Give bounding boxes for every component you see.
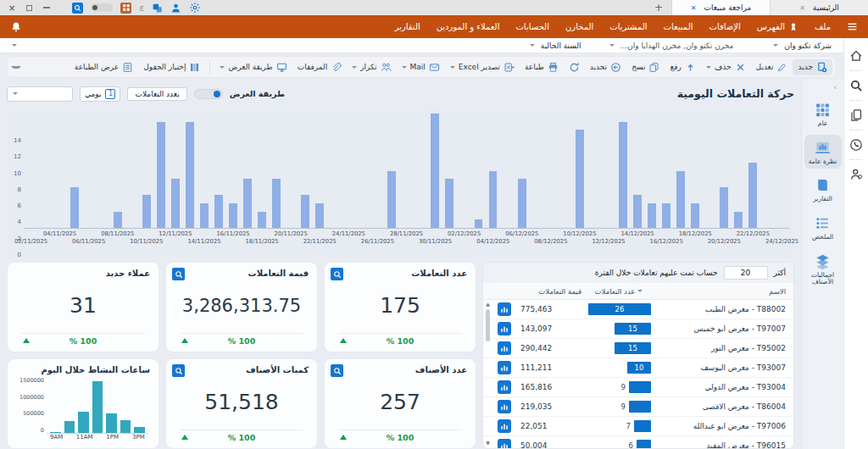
table-row[interactable]: T97006 - معرض ابو عبدالله722,051 <box>483 417 793 436</box>
toolbar-button-[interactable]: نسخ <box>626 59 665 75</box>
toolbar-button-icon-only[interactable] <box>564 59 585 75</box>
toolbar-button-[interactable]: تحديد <box>585 59 626 75</box>
toolbar-button-[interactable]: رفع <box>665 59 700 75</box>
interval-stepper[interactable]: 1 يومي <box>80 86 120 102</box>
hamburger-menu-icon[interactable] <box>847 21 858 32</box>
toolbar-button-[interactable]: طريقة العرض <box>214 59 292 75</box>
accounts-count-input[interactable]: 20 <box>724 266 768 280</box>
row-chart-icon[interactable] <box>498 439 511 448</box>
printer-icon <box>548 62 559 73</box>
column-count[interactable]: عدد التعاملات <box>583 287 654 296</box>
card-new-customers[interactable]: عملاء جديد 31 % 100 <box>7 262 159 352</box>
search-icon[interactable] <box>72 3 83 14</box>
toolbar-button-[interactable]: المرفقات <box>292 59 347 75</box>
nav-item[interactable]: نظرة عامة <box>804 135 842 169</box>
toolbar-button-[interactable]: جديد <box>793 59 832 75</box>
documents-icon[interactable] <box>849 106 863 125</box>
toolbar-button-[interactable]: تكرار <box>347 59 396 75</box>
row-chart-icon[interactable] <box>498 380 511 394</box>
home-icon[interactable] <box>849 47 863 65</box>
toolbar-collapse-icon[interactable] <box>11 66 21 69</box>
close-window-icon[interactable]: × <box>8 3 15 13</box>
chart-header: حركة التعاملات اليومية طريقة العرض بعدد … <box>7 80 794 108</box>
nav-collapse-icon[interactable]: › <box>826 81 843 93</box>
card-items-quantity[interactable]: كميات الأصناف 51,518 % 100 <box>165 358 318 449</box>
menu-item[interactable]: المبيعات <box>664 22 693 32</box>
scrollbar-thumb[interactable] <box>486 309 490 341</box>
mode-option-button[interactable]: بعدد التعاملات <box>127 87 186 101</box>
row-chart-icon[interactable] <box>498 302 511 316</box>
toolbar-button-[interactable]: تصدير Excel <box>445 59 520 75</box>
tab-home[interactable]: الرئيسية✕ <box>770 0 868 15</box>
table-row[interactable]: T88002 - معرض الطيب26775,463 <box>483 300 793 319</box>
notifications-bell-icon[interactable] <box>10 21 22 33</box>
toolbar-button-[interactable]: طباعة <box>520 59 564 75</box>
search-icon[interactable] <box>331 268 343 280</box>
table-row[interactable]: T93004 - معرض الدولي9165,816 <box>483 378 793 397</box>
menu-item[interactable]: الحسابات <box>515 22 549 32</box>
close-tab-icon[interactable]: ✕ <box>691 4 697 12</box>
x-axis-tick: 1PM <box>106 434 119 444</box>
new-tab-button[interactable]: + <box>654 2 663 14</box>
search-icon[interactable] <box>172 268 185 280</box>
whatsapp-icon[interactable] <box>849 136 863 154</box>
duplicate-icon <box>381 62 392 73</box>
search-icon[interactable] <box>172 364 185 377</box>
row-chart-icon[interactable] <box>498 322 511 335</box>
scroll-down-icon[interactable]: ▼ <box>484 440 492 446</box>
card-transactions-count[interactable]: عدد التعاملات 175 % 100 <box>324 262 476 352</box>
company-selector[interactable]: شركة تكنو وان <box>784 42 832 50</box>
menu-item[interactable]: الإضافات <box>709 22 740 32</box>
card-items-count[interactable]: عدد الأصناف 257 % 100 <box>324 358 476 449</box>
minimize-window-icon[interactable] <box>43 7 50 8</box>
user-search-icon[interactable] <box>849 165 863 184</box>
toolbar-button-[interactable]: تعديل <box>751 59 793 75</box>
nav-item[interactable]: الملخص <box>804 210 842 245</box>
mode-toggle[interactable] <box>194 89 223 99</box>
row-chart-icon[interactable] <box>498 341 511 355</box>
toolbar-button-[interactable]: حذف <box>701 59 751 75</box>
warehouse-selector[interactable]: مخزن تكنو وان, مخزن الهدايا وان... <box>620 42 734 50</box>
column-name[interactable]: الاسم <box>654 287 793 296</box>
context-collapse-icon[interactable] <box>12 44 17 47</box>
column-value[interactable]: قيمة التعاملات <box>517 287 583 296</box>
row-chart-icon[interactable] <box>498 400 511 413</box>
apps-icon[interactable] <box>120 3 131 14</box>
row-chart-icon[interactable] <box>498 361 511 374</box>
toolbar-button-[interactable]: إختيار الحقول <box>138 59 205 75</box>
table-row[interactable]: T95002 - معرض النور15290,442 <box>483 339 793 358</box>
table-scrollbar[interactable]: ▲ ▼ <box>484 301 492 446</box>
table-row[interactable]: T93007 - معرض اليوسف10111,211 <box>483 358 793 378</box>
tray-toggle[interactable] <box>91 3 113 12</box>
menu-item[interactable]: المشتريات <box>609 22 647 32</box>
toolbar-button-[interactable]: Mail <box>397 59 445 75</box>
restore-window-icon[interactable] <box>26 5 32 11</box>
monitor-icon <box>276 62 287 73</box>
nav-item[interactable]: عام <box>804 97 842 131</box>
menu-item[interactable]: العملاء و الموردين <box>437 22 500 32</box>
menu-item[interactable]: التقارير <box>395 22 420 32</box>
search-icon[interactable] <box>849 76 863 95</box>
user-icon[interactable] <box>170 3 181 14</box>
table-row[interactable]: T86004 - معرض الاقصى9219,035 <box>483 397 793 417</box>
gears-icon[interactable] <box>189 2 201 14</box>
row-chart-icon[interactable] <box>498 419 511 433</box>
search-icon[interactable] <box>331 364 343 377</box>
menu-item[interactable]: المخازن <box>565 22 593 32</box>
close-tab-icon[interactable]: ✕ <box>799 4 805 12</box>
nav-item[interactable]: التقارير <box>804 172 842 207</box>
toolbar-button-[interactable]: عرض الطباعة <box>70 59 138 75</box>
translate-icon[interactable] <box>152 3 163 14</box>
tab-sales-review[interactable]: مراجعة مبيعات✕ <box>671 0 770 15</box>
menu-item[interactable]: الفهرس <box>757 22 798 32</box>
card-transactions-value[interactable]: قيمة التعاملات 3,286,313.75 % 100 <box>165 262 318 352</box>
interval-dropdown[interactable] <box>7 86 73 102</box>
nav-item[interactable]: اجماليات الأصناف <box>804 248 842 290</box>
table-row[interactable]: T96015 - معرض المفيد650,004 <box>483 436 793 448</box>
card-activity-hours[interactable]: ساعات النشاط خلال اليوم 1500000100000050… <box>7 358 159 449</box>
table-row[interactable]: T97007 - معرض ابو خميس15143,097 <box>483 319 793 339</box>
fiscal-year-selector[interactable]: السنة الحالية <box>541 42 581 50</box>
currency-icon[interactable]: ε <box>139 3 143 13</box>
menu-item[interactable]: ملف <box>815 22 831 32</box>
scroll-up-icon[interactable]: ▲ <box>484 301 492 308</box>
